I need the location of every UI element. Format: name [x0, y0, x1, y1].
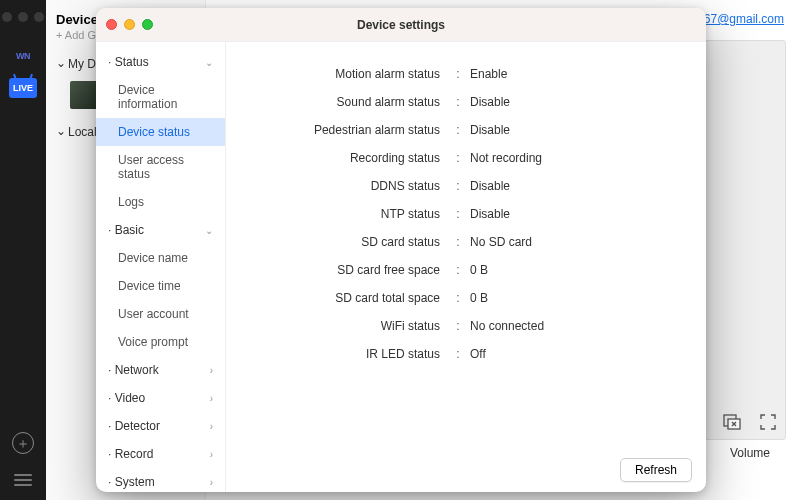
nav-logs[interactable]: Logs [96, 188, 225, 216]
colon: : [446, 319, 470, 333]
nav-device-information[interactable]: Device information [96, 76, 225, 118]
colon: : [446, 347, 470, 361]
traffic-light-dim [18, 12, 28, 22]
chevron-right-icon: › [210, 393, 213, 404]
nav-device-time[interactable]: Device time [96, 272, 225, 300]
minimize-icon[interactable] [124, 19, 135, 30]
colon: : [446, 207, 470, 221]
menu-icon[interactable] [14, 474, 32, 486]
row-ir-led: IR LED status:Off [226, 340, 690, 368]
chevron-right-icon: › [210, 421, 213, 432]
nav-label: Detector [108, 419, 160, 433]
nav-label: Status [108, 55, 149, 69]
status-key: NTP status [226, 207, 446, 221]
chevron-down-icon: ⌄ [205, 225, 213, 236]
status-key: WiFi status [226, 319, 446, 333]
nav-record[interactable]: Record› [96, 440, 225, 468]
status-value: 0 B [470, 291, 690, 305]
nav-device-status[interactable]: Device status [96, 118, 225, 146]
fullscreen-icon[interactable] [758, 414, 778, 430]
status-key: DDNS status [226, 179, 446, 193]
chevron-down-icon: ⌄ [56, 56, 64, 70]
colon: : [446, 67, 470, 81]
nav-label: Network [108, 363, 159, 377]
colon: : [446, 235, 470, 249]
status-key: Sound alarm status [226, 95, 446, 109]
status-value: Disable [470, 123, 690, 137]
colon: : [446, 151, 470, 165]
row-sound-alarm: Sound alarm status:Disable [226, 88, 690, 116]
nav-label: Basic [108, 223, 144, 237]
status-key: IR LED status [226, 347, 446, 361]
colon: : [446, 263, 470, 277]
nav-network[interactable]: Network› [96, 356, 225, 384]
nav-voice-prompt[interactable]: Voice prompt [96, 328, 225, 356]
chevron-right-icon: › [210, 477, 213, 488]
chevron-down-icon: ⌄ [56, 124, 64, 138]
left-rail: WN LIVE ＋ [0, 0, 46, 500]
nav-label: System [108, 475, 155, 489]
modal-title: Device settings [96, 18, 706, 32]
modal-titlebar[interactable]: Device settings [96, 8, 706, 42]
colon: : [446, 95, 470, 109]
status-value: Disable [470, 207, 690, 221]
colon: : [446, 291, 470, 305]
row-recording: Recording status:Not recording [226, 144, 690, 172]
status-key: Motion alarm status [226, 67, 446, 81]
status-value: No connected [470, 319, 690, 333]
nav-user-access-status[interactable]: User access status [96, 146, 225, 188]
status-key: SD card total space [226, 291, 446, 305]
add-button[interactable]: ＋ [12, 432, 34, 454]
status-value: 0 B [470, 263, 690, 277]
status-value: No SD card [470, 235, 690, 249]
status-value: Off [470, 347, 690, 361]
nav-label: Video [108, 391, 145, 405]
bg-traffic-lights [2, 6, 44, 36]
app-logo: WN [10, 46, 36, 66]
status-value: Enable [470, 67, 690, 81]
zoom-icon[interactable] [142, 19, 153, 30]
settings-content: Motion alarm status:Enable Sound alarm s… [226, 42, 706, 492]
row-sd-total: SD card total space:0 B [226, 284, 690, 312]
layout-icon[interactable] [722, 414, 742, 430]
tree-label: Local [68, 125, 97, 139]
refresh-button[interactable]: Refresh [620, 458, 692, 482]
close-icon[interactable] [106, 19, 117, 30]
traffic-lights [106, 19, 153, 30]
status-key: Pedestrian alarm status [226, 123, 446, 137]
status-key: SD card free space [226, 263, 446, 277]
row-ddns: DDNS status:Disable [226, 172, 690, 200]
row-motion-alarm: Motion alarm status:Enable [226, 60, 690, 88]
nav-device-name[interactable]: Device name [96, 244, 225, 272]
volume-label: Volume [730, 446, 770, 460]
chevron-right-icon: › [210, 449, 213, 460]
chevron-right-icon: › [210, 365, 213, 376]
nav-label: Record [108, 447, 153, 461]
traffic-light-dim [34, 12, 44, 22]
status-value: Disable [470, 179, 690, 193]
row-wifi: WiFi status:No connected [226, 312, 690, 340]
device-settings-window: Device settings Status⌄ Device informati… [96, 8, 706, 492]
tree-label: My D [68, 57, 96, 71]
nav-video[interactable]: Video› [96, 384, 225, 412]
traffic-light-dim [2, 12, 12, 22]
nav-system[interactable]: System› [96, 468, 225, 492]
status-key: SD card status [226, 235, 446, 249]
settings-nav: Status⌄ Device information Device status… [96, 42, 226, 492]
nav-status[interactable]: Status⌄ [96, 48, 225, 76]
live-tab[interactable]: LIVE [9, 78, 37, 98]
status-value: Not recording [470, 151, 690, 165]
nav-basic[interactable]: Basic⌄ [96, 216, 225, 244]
row-ntp: NTP status:Disable [226, 200, 690, 228]
row-pedestrian-alarm: Pedestrian alarm status:Disable [226, 116, 690, 144]
nav-user-account[interactable]: User account [96, 300, 225, 328]
row-sd-card: SD card status:No SD card [226, 228, 690, 256]
colon: : [446, 179, 470, 193]
row-sd-free: SD card free space:0 B [226, 256, 690, 284]
nav-detector[interactable]: Detector› [96, 412, 225, 440]
status-value: Disable [470, 95, 690, 109]
status-key: Recording status [226, 151, 446, 165]
chevron-down-icon: ⌄ [205, 57, 213, 68]
colon: : [446, 123, 470, 137]
